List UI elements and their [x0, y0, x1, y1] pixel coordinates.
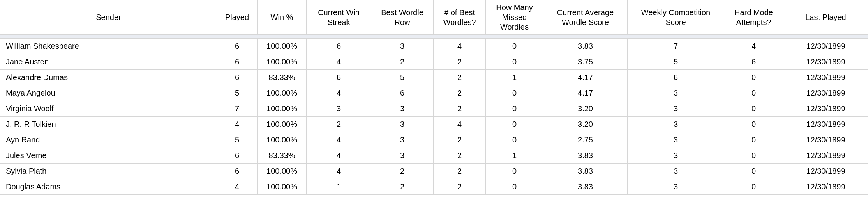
- col-played: Played: [217, 0, 258, 35]
- table-row: Alexandre Dumas683.33%65214.176012/30/18…: [0, 70, 868, 85]
- cell: 3: [628, 132, 724, 148]
- table-row: William Shakespeare6100.00%63403.837412/…: [0, 39, 868, 54]
- cell: 3.75: [543, 54, 628, 70]
- cell: 6: [371, 85, 434, 101]
- col-missed: How Many Missed Wordles: [486, 0, 543, 35]
- table-row: Jane Austen6100.00%42203.755612/30/1899: [0, 54, 868, 70]
- wordle-stats-table: Sender Played Win % Current Win Streak B…: [0, 0, 868, 195]
- cell: 2: [434, 85, 486, 101]
- cell: 2: [434, 148, 486, 164]
- cell: 4: [307, 132, 371, 148]
- cell: 6: [307, 70, 371, 85]
- cell: 1: [486, 70, 543, 85]
- cell: 6: [217, 54, 258, 70]
- cell: 4: [217, 117, 258, 132]
- table-row: Maya Angelou5100.00%46204.173012/30/1899: [0, 85, 868, 101]
- cell: Maya Angelou: [0, 85, 217, 101]
- cell: 5: [371, 70, 434, 85]
- cell: 4.17: [543, 70, 628, 85]
- cell: 4: [434, 117, 486, 132]
- cell: 3: [371, 148, 434, 164]
- cell: 5: [628, 54, 724, 70]
- col-last-played: Last Played: [783, 0, 868, 35]
- cell: 3.83: [543, 164, 628, 179]
- cell: 7: [217, 101, 258, 117]
- cell: 3: [371, 117, 434, 132]
- cell: 2: [434, 101, 486, 117]
- cell: Ayn Rand: [0, 132, 217, 148]
- cell: 3.83: [543, 179, 628, 195]
- cell: 7: [628, 39, 724, 54]
- col-win-pct: Win %: [258, 0, 307, 35]
- header-separator: [0, 35, 868, 39]
- cell: 83.33%: [258, 70, 307, 85]
- cell: 12/30/1899: [783, 179, 868, 195]
- cell: 3.83: [543, 39, 628, 54]
- cell: 3: [628, 148, 724, 164]
- table-row: Jules Verne683.33%43213.833012/30/1899: [0, 148, 868, 164]
- cell: Jane Austen: [0, 54, 217, 70]
- col-best-row: Best Wordle Row: [371, 0, 434, 35]
- cell: 0: [724, 101, 783, 117]
- table-row: Virginia Woolf7100.00%33203.203012/30/18…: [0, 101, 868, 117]
- col-num-best: # of Best Wordles?: [434, 0, 486, 35]
- cell: 3.83: [543, 148, 628, 164]
- col-win-streak: Current Win Streak: [307, 0, 371, 35]
- table-body: William Shakespeare6100.00%63403.837412/…: [0, 39, 868, 195]
- col-weekly-score: Weekly Competition Score: [628, 0, 724, 35]
- cell: 0: [486, 39, 543, 54]
- cell: 4: [307, 148, 371, 164]
- cell: Virginia Woolf: [0, 101, 217, 117]
- cell: 3: [628, 179, 724, 195]
- cell: 100.00%: [258, 132, 307, 148]
- cell: J. R. R Tolkien: [0, 117, 217, 132]
- cell: 6: [307, 39, 371, 54]
- cell: 2: [434, 164, 486, 179]
- cell: 3: [371, 101, 434, 117]
- cell: 2: [371, 164, 434, 179]
- cell: 6: [217, 148, 258, 164]
- cell: 100.00%: [258, 164, 307, 179]
- cell: 3.20: [543, 101, 628, 117]
- cell: 1: [307, 179, 371, 195]
- cell: 0: [486, 101, 543, 117]
- cell: 2: [371, 179, 434, 195]
- cell: 100.00%: [258, 179, 307, 195]
- cell: 4: [307, 85, 371, 101]
- table-header: Sender Played Win % Current Win Streak B…: [0, 0, 868, 35]
- cell: 3: [307, 101, 371, 117]
- cell: 3: [628, 85, 724, 101]
- cell: 3: [628, 117, 724, 132]
- table-row: J. R. R Tolkien4100.00%23403.203012/30/1…: [0, 117, 868, 132]
- cell: 100.00%: [258, 117, 307, 132]
- cell: 0: [724, 179, 783, 195]
- cell: 12/30/1899: [783, 164, 868, 179]
- cell: 0: [486, 117, 543, 132]
- cell: 3: [628, 164, 724, 179]
- cell: 12/30/1899: [783, 85, 868, 101]
- cell: 100.00%: [258, 101, 307, 117]
- cell: 6: [628, 70, 724, 85]
- cell: 0: [486, 85, 543, 101]
- cell: Douglas Adams: [0, 179, 217, 195]
- cell: 0: [486, 54, 543, 70]
- cell: 1: [486, 148, 543, 164]
- cell: 0: [486, 132, 543, 148]
- cell: 5: [217, 85, 258, 101]
- col-hard-mode: Hard Mode Attempts?: [724, 0, 783, 35]
- cell: 0: [724, 132, 783, 148]
- cell: 0: [486, 164, 543, 179]
- cell: Sylvia Plath: [0, 164, 217, 179]
- cell: 12/30/1899: [783, 117, 868, 132]
- cell: 3.20: [543, 117, 628, 132]
- cell: William Shakespeare: [0, 39, 217, 54]
- cell: 3: [628, 101, 724, 117]
- cell: 100.00%: [258, 85, 307, 101]
- cell: 6: [217, 70, 258, 85]
- cell: 6: [217, 39, 258, 54]
- cell: 4.17: [543, 85, 628, 101]
- cell: 12/30/1899: [783, 39, 868, 54]
- table-row: Douglas Adams4100.00%12203.833012/30/189…: [0, 179, 868, 195]
- cell: 2.75: [543, 132, 628, 148]
- cell: 6: [217, 164, 258, 179]
